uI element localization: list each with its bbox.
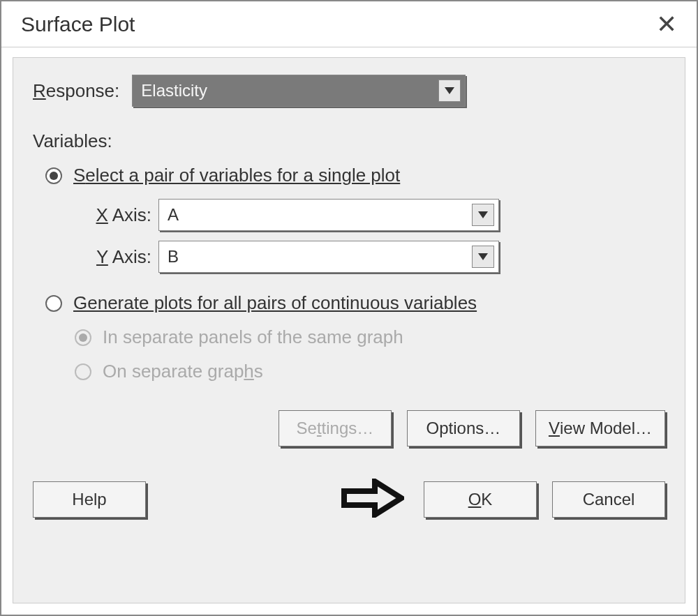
svg-marker-0 bbox=[445, 87, 454, 94]
arrow-right-icon bbox=[341, 479, 404, 520]
radio-icon bbox=[45, 167, 62, 184]
help-button[interactable]: Help bbox=[33, 481, 146, 518]
radio-icon bbox=[45, 295, 62, 312]
radio-single-pair[interactable]: Select a pair of variables for a single … bbox=[45, 165, 665, 186]
axis-group: X Axis: A Y Axis: B bbox=[82, 199, 665, 273]
settings-button: Settings… bbox=[279, 410, 392, 446]
x-axis-value: A bbox=[168, 205, 179, 225]
svg-marker-1 bbox=[478, 211, 488, 218]
cancel-button[interactable]: Cancel bbox=[552, 481, 665, 518]
y-axis-value: B bbox=[168, 247, 179, 266]
radio-graphs-label: On separate graphs bbox=[103, 361, 263, 382]
radio-single-label: Select a pair of variables for a single … bbox=[73, 165, 400, 186]
x-axis-combobox[interactable]: A bbox=[158, 199, 499, 231]
response-value: Elasticity bbox=[141, 81, 207, 100]
response-row: Response: Elasticity bbox=[33, 75, 665, 107]
options-button[interactable]: Options… bbox=[407, 410, 520, 446]
dialog-window: Surface Plot ✕ Response: Elasticity Vari… bbox=[0, 0, 698, 616]
radio-all-label: Generate plots for all pairs of continuo… bbox=[73, 292, 477, 314]
radio-separate-panels: In separate panels of the same graph bbox=[75, 326, 665, 348]
ok-button[interactable]: OK bbox=[424, 481, 537, 518]
radio-icon bbox=[75, 363, 91, 380]
bottom-right-group: OK Cancel bbox=[341, 479, 665, 520]
options-button-row: Settings… Options… View Model… bbox=[33, 410, 665, 446]
variables-label: Variables: bbox=[33, 130, 665, 152]
titlebar: Surface Plot ✕ bbox=[1, 1, 697, 47]
chevron-down-icon bbox=[472, 204, 494, 226]
radio-icon bbox=[75, 329, 91, 346]
chevron-down-icon bbox=[438, 80, 461, 102]
dialog-body: Response: Elasticity Variables: Select a… bbox=[13, 57, 685, 603]
bottom-button-row: Help OK Cancel bbox=[33, 479, 665, 520]
response-combobox[interactable]: Elasticity bbox=[132, 75, 466, 107]
close-icon[interactable]: ✕ bbox=[651, 9, 683, 40]
radio-panels-label: In separate panels of the same graph bbox=[103, 326, 403, 348]
radio-all-pairs[interactable]: Generate plots for all pairs of continuo… bbox=[45, 292, 665, 314]
y-axis-label: Y Axis: bbox=[82, 246, 151, 268]
x-axis-label: X Axis: bbox=[82, 204, 151, 226]
dialog-title: Surface Plot bbox=[21, 13, 135, 36]
view-model-button[interactable]: View Model… bbox=[535, 410, 665, 446]
y-axis-row: Y Axis: B bbox=[82, 241, 665, 273]
y-axis-combobox[interactable]: B bbox=[158, 241, 499, 273]
radio-separate-graphs: On separate graphs bbox=[75, 361, 665, 382]
sub-radio-group: In separate panels of the same graph On … bbox=[75, 326, 665, 382]
chevron-down-icon bbox=[472, 246, 494, 268]
x-axis-row: X Axis: A bbox=[82, 199, 665, 231]
response-label: Response: bbox=[33, 80, 119, 102]
svg-marker-2 bbox=[478, 253, 488, 260]
